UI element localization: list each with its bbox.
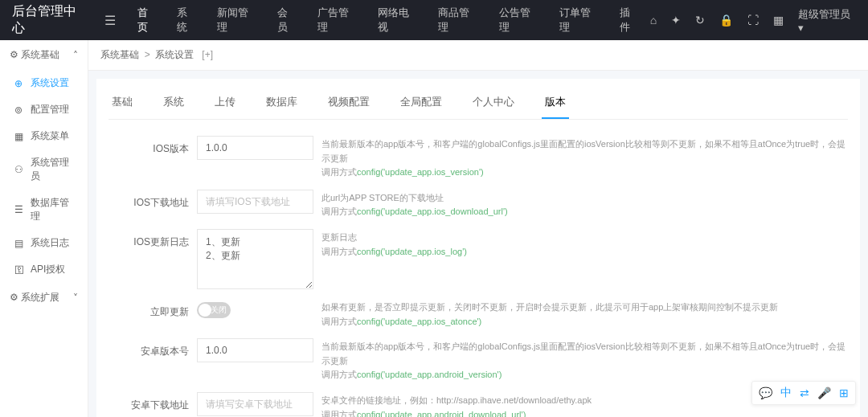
chat-icon[interactable]: 💬 — [759, 386, 772, 399]
float-toolbar: 💬 中 ⇄ 🎤 ⊞ — [751, 381, 856, 405]
label-ios-log: IOS更新日志 — [108, 229, 197, 249]
grid-icon[interactable]: ⊞ — [839, 386, 849, 399]
transfer-icon[interactable]: ⇄ — [800, 386, 809, 399]
switch-ios-atonce[interactable]: 关闭 — [197, 302, 231, 318]
database-icon: ☰ — [14, 204, 26, 215]
nav-tv[interactable]: 网络电视 — [368, 0, 428, 40]
help-ios-version: 当前最新版本的app版本号，和客户端的globalConfigs.js里面配置的… — [321, 136, 848, 180]
tab-system[interactable]: 系统 — [160, 87, 187, 119]
crumb-settings[interactable]: 系统设置 — [155, 49, 194, 60]
key-icon: ⚿ — [14, 264, 26, 276]
tab-video[interactable]: 视频配置 — [325, 87, 373, 119]
tab-database[interactable]: 数据库 — [263, 87, 301, 119]
lock-icon[interactable]: 🔒 — [719, 14, 733, 27]
chevron-down-icon: ˅ — [73, 292, 78, 304]
help-ios-url: 此url为APP STORE的下载地址调用方式config('update_ap… — [321, 190, 848, 219]
gear-icon: ⚙ — [10, 292, 18, 303]
sidebar: ⚙ 系统基础 ˄ ⊕系统设置 ⊚配置管理 ▦系统菜单 ⚇系统管理员 ☰数据库管理… — [0, 40, 88, 417]
crumb-basic[interactable]: 系统基础 — [100, 49, 139, 60]
sidebar-item-settings[interactable]: ⊕系统设置 — [0, 70, 88, 96]
tab-upload[interactable]: 上传 — [211, 87, 239, 119]
tab-basic[interactable]: 基础 — [108, 87, 136, 119]
log-icon: ▤ — [14, 238, 26, 249]
sidebar-group-basic[interactable]: ⚙ 系统基础 ˄ — [0, 40, 88, 70]
sidebar-item-database[interactable]: ☰数据库管理 — [0, 190, 88, 230]
fullscreen-icon[interactable]: ⛶ — [747, 14, 759, 27]
gear-icon: ⚙ — [10, 49, 18, 60]
nav-notice[interactable]: 公告管理 — [489, 0, 550, 40]
home-icon[interactable]: ⌂ — [650, 14, 657, 27]
sidebar-item-logs[interactable]: ▤系统日志 — [0, 230, 88, 256]
nav-plugin[interactable]: 插件 — [610, 0, 650, 40]
gear-icon: ⊚ — [14, 104, 26, 116]
tabs: 基础 系统 上传 数据库 视频配置 全局配置 个人中心 版本 — [108, 87, 848, 120]
help-ios-atonce: 如果有更新，是否立即提示更新，关闭时不更新，开启时会提示更新，此提示可用于app… — [321, 299, 848, 329]
label-ios-url: IOS下载地址 — [108, 190, 197, 210]
sidebar-item-menu[interactable]: ▦系统菜单 — [0, 123, 88, 149]
sidebar-item-config[interactable]: ⊚配置管理 — [0, 96, 88, 123]
clear-icon[interactable]: ✦ — [671, 14, 681, 27]
nav-system[interactable]: 系统 — [167, 0, 207, 40]
input-ios-version[interactable] — [197, 136, 313, 160]
nav-member[interactable]: 会员 — [268, 0, 308, 40]
input-android-url[interactable] — [197, 392, 313, 416]
lang-toggle[interactable]: 中 — [780, 386, 792, 400]
nav-order[interactable]: 订单管理 — [550, 0, 610, 40]
chevron-up-icon: ˄ — [73, 50, 78, 61]
tab-global[interactable]: 全局配置 — [397, 87, 445, 119]
textarea-ios-log[interactable]: 1、更新 2、更新 — [197, 229, 313, 289]
label-ios-atonce: 立即更新 — [108, 299, 197, 319]
label-android-url: 安卓下载地址 — [108, 392, 197, 412]
tab-personal[interactable]: 个人中心 — [469, 87, 518, 119]
calendar-icon[interactable]: ▦ — [773, 14, 784, 27]
nav-ad[interactable]: 广告管理 — [308, 0, 368, 40]
breadcrumb: 系统基础 > 系统设置 [+] — [88, 40, 868, 71]
nav-news[interactable]: 新闻管理 — [207, 0, 268, 40]
help-ios-log: 更新日志调用方式config('update_app.ios_log') — [321, 229, 848, 259]
help-android-version: 当前最新版本的app版本号，和客户端的globalConfigs.js里面配置的… — [321, 338, 848, 382]
nav-goods[interactable]: 商品管理 — [428, 0, 489, 40]
input-android-version[interactable] — [197, 338, 313, 362]
menu-toggle-icon[interactable]: ☰ — [104, 13, 116, 28]
nav-home[interactable]: 首页 — [128, 0, 168, 40]
refresh-icon[interactable]: ↻ — [695, 14, 705, 27]
sidebar-item-admin[interactable]: ⚇系统管理员 — [0, 149, 88, 190]
sidebar-item-api[interactable]: ⚿API授权 — [0, 256, 88, 283]
users-icon: ⚇ — [14, 164, 26, 175]
user-menu[interactable]: 超级管理员 ▾ — [798, 7, 856, 34]
sidebar-group-extend[interactable]: ⚙ 系统扩展 ˅ — [0, 283, 88, 313]
input-ios-url[interactable] — [197, 190, 313, 214]
crumb-add[interactable]: [+] — [202, 49, 213, 60]
plus-circle-icon: ⊕ — [14, 78, 26, 89]
grid-icon: ▦ — [14, 131, 26, 142]
logo: 后台管理中心 — [12, 3, 88, 37]
label-ios-version: IOS版本 — [108, 136, 197, 156]
tab-version[interactable]: 版本 — [542, 87, 569, 119]
label-android-version: 安卓版本号 — [108, 338, 197, 358]
mic-icon[interactable]: 🎤 — [817, 386, 831, 399]
